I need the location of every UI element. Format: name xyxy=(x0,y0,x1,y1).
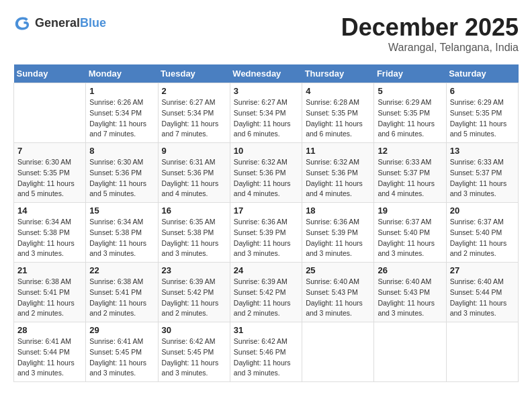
day-info: Sunrise: 6:33 AMSunset: 5:37 PMDaylight:… xyxy=(378,157,442,199)
day-info: Sunrise: 6:34 AMSunset: 5:38 PMDaylight:… xyxy=(89,217,154,259)
logo: GeneralBlue xyxy=(13,13,106,32)
day-info: Sunrise: 6:36 AMSunset: 5:39 PMDaylight:… xyxy=(234,217,298,259)
day-info: Sunrise: 6:42 AMSunset: 5:45 PMDaylight:… xyxy=(162,336,226,379)
calendar-cell: 25Sunrise: 6:40 AMSunset: 5:43 PMDayligh… xyxy=(302,263,374,322)
calendar-cell: 22Sunrise: 6:38 AMSunset: 5:41 PMDayligh… xyxy=(86,263,158,322)
calendar-cell: 14Sunrise: 6:34 AMSunset: 5:38 PMDayligh… xyxy=(14,203,86,263)
day-number: 10 xyxy=(234,146,298,156)
calendar-cell: 6Sunrise: 6:29 AMSunset: 5:35 PMDaylight… xyxy=(446,83,518,143)
calendar-cell: 24Sunrise: 6:39 AMSunset: 5:42 PMDayligh… xyxy=(230,263,302,322)
day-number: 3 xyxy=(234,86,298,96)
header-row: SundayMondayTuesdayWednesdayThursdayFrid… xyxy=(14,64,519,83)
calendar-cell: 31Sunrise: 6:42 AMSunset: 5:46 PMDayligh… xyxy=(230,322,302,382)
day-number: 8 xyxy=(89,146,154,156)
day-info: Sunrise: 6:27 AMSunset: 5:34 PMDaylight:… xyxy=(162,97,226,140)
logo-icon xyxy=(13,13,32,32)
day-number: 23 xyxy=(162,265,226,275)
day-info: Sunrise: 6:29 AMSunset: 5:35 PMDaylight:… xyxy=(378,97,442,140)
day-number: 24 xyxy=(234,265,298,275)
day-number: 7 xyxy=(17,146,82,156)
day-number: 21 xyxy=(17,265,82,275)
day-info: Sunrise: 6:40 AMSunset: 5:43 PMDaylight:… xyxy=(378,277,442,319)
day-info: Sunrise: 6:30 AMSunset: 5:35 PMDaylight:… xyxy=(17,157,82,199)
day-info: Sunrise: 6:42 AMSunset: 5:46 PMDaylight:… xyxy=(234,336,298,379)
calendar-cell: 30Sunrise: 6:42 AMSunset: 5:45 PMDayligh… xyxy=(158,322,230,382)
day-info: Sunrise: 6:38 AMSunset: 5:41 PMDaylight:… xyxy=(89,277,154,319)
calendar-cell: 9Sunrise: 6:31 AMSunset: 5:36 PMDaylight… xyxy=(158,143,230,203)
header-cell-sunday: Sunday xyxy=(14,64,86,83)
day-number: 12 xyxy=(378,146,442,156)
day-info: Sunrise: 6:37 AMSunset: 5:40 PMDaylight:… xyxy=(450,217,515,259)
calendar-cell: 12Sunrise: 6:33 AMSunset: 5:37 PMDayligh… xyxy=(374,143,446,203)
calendar-week-3: 14Sunrise: 6:34 AMSunset: 5:38 PMDayligh… xyxy=(14,203,519,263)
day-info: Sunrise: 6:41 AMSunset: 5:44 PMDaylight:… xyxy=(17,336,82,379)
calendar-cell: 17Sunrise: 6:36 AMSunset: 5:39 PMDayligh… xyxy=(230,203,302,263)
day-number: 9 xyxy=(162,146,226,156)
day-number: 25 xyxy=(306,265,370,275)
calendar-cell: 13Sunrise: 6:33 AMSunset: 5:37 PMDayligh… xyxy=(446,143,518,203)
day-number: 4 xyxy=(306,86,370,96)
day-number: 18 xyxy=(306,205,370,216)
calendar-cell: 3Sunrise: 6:27 AMSunset: 5:34 PMDaylight… xyxy=(230,83,302,143)
calendar-cell: 5Sunrise: 6:29 AMSunset: 5:35 PMDaylight… xyxy=(374,83,446,143)
header-cell-saturday: Saturday xyxy=(446,64,518,83)
logo-text: GeneralBlue xyxy=(35,16,106,30)
day-info: Sunrise: 6:40 AMSunset: 5:43 PMDaylight:… xyxy=(306,277,370,319)
logo-general: General xyxy=(35,16,80,30)
day-info: Sunrise: 6:29 AMSunset: 5:35 PMDaylight:… xyxy=(450,97,515,140)
day-info: Sunrise: 6:39 AMSunset: 5:42 PMDaylight:… xyxy=(234,277,298,319)
day-number: 13 xyxy=(450,146,515,156)
calendar-cell: 18Sunrise: 6:36 AMSunset: 5:39 PMDayligh… xyxy=(302,203,374,263)
day-info: Sunrise: 6:26 AMSunset: 5:34 PMDaylight:… xyxy=(89,97,154,140)
page-header: GeneralBlue December 2025 Warangal, Tela… xyxy=(13,13,519,54)
calendar-cell: 1Sunrise: 6:26 AMSunset: 5:34 PMDaylight… xyxy=(86,83,158,143)
header-cell-tuesday: Tuesday xyxy=(158,64,230,83)
day-info: Sunrise: 6:35 AMSunset: 5:38 PMDaylight:… xyxy=(162,217,226,259)
day-number: 15 xyxy=(89,205,154,216)
day-number: 2 xyxy=(162,86,226,96)
day-number: 22 xyxy=(89,265,154,275)
month-title: December 2025 xyxy=(341,13,519,42)
calendar-week-4: 21Sunrise: 6:38 AMSunset: 5:41 PMDayligh… xyxy=(14,263,519,322)
calendar-cell xyxy=(446,322,518,382)
calendar-cell: 21Sunrise: 6:38 AMSunset: 5:41 PMDayligh… xyxy=(14,263,86,322)
calendar-cell: 20Sunrise: 6:37 AMSunset: 5:40 PMDayligh… xyxy=(446,203,518,263)
calendar-week-2: 7Sunrise: 6:30 AMSunset: 5:35 PMDaylight… xyxy=(14,143,519,203)
day-number: 17 xyxy=(234,205,298,216)
day-info: Sunrise: 6:31 AMSunset: 5:36 PMDaylight:… xyxy=(162,157,226,199)
calendar-cell: 7Sunrise: 6:30 AMSunset: 5:35 PMDaylight… xyxy=(14,143,86,203)
calendar-cell: 28Sunrise: 6:41 AMSunset: 5:44 PMDayligh… xyxy=(14,322,86,382)
calendar-cell: 2Sunrise: 6:27 AMSunset: 5:34 PMDaylight… xyxy=(158,83,230,143)
calendar-cell xyxy=(14,83,86,143)
day-info: Sunrise: 6:39 AMSunset: 5:42 PMDaylight:… xyxy=(162,277,226,319)
day-info: Sunrise: 6:41 AMSunset: 5:45 PMDaylight:… xyxy=(89,336,154,379)
title-area: December 2025 Warangal, Telangana, India xyxy=(341,13,519,54)
calendar-cell: 8Sunrise: 6:30 AMSunset: 5:36 PMDaylight… xyxy=(86,143,158,203)
day-info: Sunrise: 6:33 AMSunset: 5:37 PMDaylight:… xyxy=(450,157,515,199)
day-info: Sunrise: 6:37 AMSunset: 5:40 PMDaylight:… xyxy=(378,217,442,259)
day-number: 31 xyxy=(234,325,298,335)
header-cell-thursday: Thursday xyxy=(302,64,374,83)
day-info: Sunrise: 6:34 AMSunset: 5:38 PMDaylight:… xyxy=(17,217,82,259)
day-info: Sunrise: 6:40 AMSunset: 5:44 PMDaylight:… xyxy=(450,277,515,319)
day-number: 16 xyxy=(162,205,226,216)
day-number: 29 xyxy=(89,325,154,335)
calendar-body: 1Sunrise: 6:26 AMSunset: 5:34 PMDaylight… xyxy=(14,83,519,382)
calendar-cell: 15Sunrise: 6:34 AMSunset: 5:38 PMDayligh… xyxy=(86,203,158,263)
calendar-cell xyxy=(302,322,374,382)
calendar-cell: 4Sunrise: 6:28 AMSunset: 5:35 PMDaylight… xyxy=(302,83,374,143)
calendar-cell: 26Sunrise: 6:40 AMSunset: 5:43 PMDayligh… xyxy=(374,263,446,322)
logo-blue: Blue xyxy=(80,16,106,30)
day-info: Sunrise: 6:38 AMSunset: 5:41 PMDaylight:… xyxy=(17,277,82,319)
day-number: 26 xyxy=(378,265,442,275)
calendar-table: SundayMondayTuesdayWednesdayThursdayFrid… xyxy=(13,64,519,382)
calendar-cell: 27Sunrise: 6:40 AMSunset: 5:44 PMDayligh… xyxy=(446,263,518,322)
calendar-cell xyxy=(374,322,446,382)
calendar-cell: 29Sunrise: 6:41 AMSunset: 5:45 PMDayligh… xyxy=(86,322,158,382)
calendar-cell: 23Sunrise: 6:39 AMSunset: 5:42 PMDayligh… xyxy=(158,263,230,322)
calendar-cell: 19Sunrise: 6:37 AMSunset: 5:40 PMDayligh… xyxy=(374,203,446,263)
header-cell-friday: Friday xyxy=(374,64,446,83)
calendar-week-1: 1Sunrise: 6:26 AMSunset: 5:34 PMDaylight… xyxy=(14,83,519,143)
day-number: 11 xyxy=(306,146,370,156)
calendar-week-5: 28Sunrise: 6:41 AMSunset: 5:44 PMDayligh… xyxy=(14,322,519,382)
